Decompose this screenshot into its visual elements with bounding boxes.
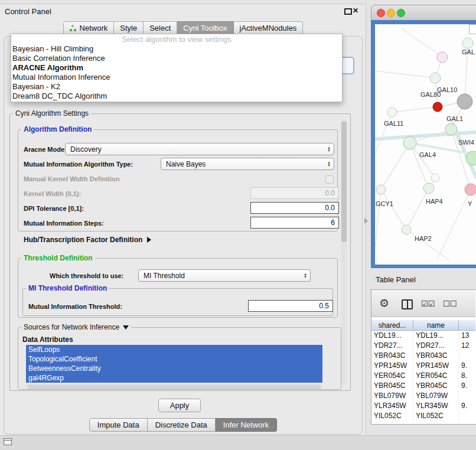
mi-threshold-field[interactable]: 0.5 — [248, 300, 333, 312]
network-node[interactable] — [430, 73, 441, 83]
network-node[interactable] — [376, 185, 386, 194]
control-panel-tabs: NetworkStyleSelectCyni ToolboxjActiveMNo… — [0, 21, 366, 35]
float-panel-icon[interactable] — [344, 8, 352, 15]
dpi-field[interactable]: 0.0 — [250, 202, 339, 214]
column-header-shared[interactable]: shared... — [371, 320, 413, 331]
deselect-rows-icon[interactable]: ☐☐ — [443, 299, 457, 308]
settings-scrollbar-thumb[interactable] — [341, 121, 347, 242]
stepper-down-icon: ▼ — [327, 149, 331, 152]
mi-threshold-label: Mutual Information Threshold: — [28, 303, 122, 310]
gear-icon[interactable]: ⚙ — [379, 296, 389, 310]
hub-section-header[interactable]: Hub/Transcription Factor Definition — [24, 236, 151, 244]
window-minimize-button[interactable] — [387, 9, 395, 17]
mi-type-combo[interactable]: Naive Bayes ▲ ▼ — [161, 158, 334, 170]
tab-network[interactable]: Network — [63, 21, 115, 35]
tab-select[interactable]: Select — [144, 21, 177, 35]
table-row[interactable]: YDL19...YDL19...13 — [371, 331, 475, 341]
table-cell: 13 — [459, 331, 475, 341]
bottom-tabs: Impute DataDiscretize DataInfer Network — [0, 418, 366, 432]
table-row[interactable]: YBR043CYBR043C — [371, 351, 475, 361]
sources-section-header[interactable]: Sources for Network Inference — [21, 323, 131, 331]
tab-style[interactable]: Style — [114, 21, 144, 35]
stepper-down-icon: ▼ — [327, 164, 331, 167]
column-header-extra[interactable] — [459, 320, 475, 331]
table-cell: YBR045C — [371, 381, 413, 391]
table-cell — [459, 411, 475, 421]
attribute-item-gal4rgexp[interactable]: gal4RGexp — [26, 373, 322, 383]
collapse-right-icon — [147, 237, 151, 243]
network-node[interactable] — [387, 107, 397, 117]
algorithm-option-mutual-information-inference[interactable]: Mutual Information Inference — [11, 73, 342, 82]
tab-label: Select — [149, 22, 171, 34]
window-close-button[interactable] — [377, 9, 385, 17]
bottom-tab-impute-data[interactable]: Impute Data — [89, 418, 148, 432]
network-node[interactable] — [457, 94, 472, 109]
table-row[interactable]: YPR145WYPR145W9. — [371, 361, 475, 371]
which-threshold-label: Which threshold to use: — [50, 272, 123, 279]
network-edge — [392, 107, 438, 112]
combo-stepper-icon: ▲ ▼ — [324, 146, 331, 152]
network-node[interactable] — [445, 123, 457, 135]
bottom-strip — [0, 435, 476, 450]
network-node-label: GAL4 — [419, 151, 436, 158]
attribute-item-betweennesscentrality[interactable]: BetweennessCentrality — [26, 364, 322, 373]
window-zoom-button[interactable] — [397, 9, 405, 17]
network-node[interactable] — [433, 102, 442, 112]
bottom-tab-discretize-data[interactable]: Discretize Data — [148, 418, 216, 432]
select-rows-icon[interactable]: ☑☑ — [421, 299, 435, 308]
steps-field[interactable]: 6 — [250, 217, 339, 229]
network-edge — [406, 188, 429, 230]
panel-title: Control Panel — [5, 7, 51, 16]
algorithm-option-basic-correlation-inference[interactable]: Basic Correlation Inference — [11, 54, 342, 63]
close-panel-icon[interactable]: ✕ — [353, 6, 358, 15]
network-node[interactable] — [423, 183, 434, 194]
column-header-name[interactable]: name — [413, 320, 459, 331]
network-canvas-svg[interactable]: GALGAL80GAL10GAL11GAL1SWI4GAL4GCY1HAP4HA… — [375, 24, 476, 265]
bottom-tab-infer-network[interactable]: Infer Network — [216, 418, 277, 432]
manual-kernel-checkbox[interactable] — [325, 175, 334, 184]
table-row[interactable]: YER054CYER054C8. — [371, 371, 475, 381]
attribute-item-selfloops[interactable]: SelfLoops — [26, 345, 322, 354]
network-icon — [70, 25, 77, 31]
apply-button[interactable]: Apply — [158, 399, 201, 412]
table-header: shared...name — [371, 320, 475, 331]
network-edge — [375, 71, 435, 78]
tab-cyni-toolbox[interactable]: Cyni Toolbox — [177, 21, 233, 35]
attributes-hscrollbar[interactable] — [27, 384, 321, 389]
splitter-handle[interactable] — [364, 218, 368, 224]
table-cell: YIL052C — [413, 411, 459, 421]
tab-jactivemnodules[interactable]: jActiveMNodules — [234, 21, 304, 35]
network-node-label: GAL10 — [437, 86, 457, 93]
table-row[interactable]: YBR045CYBR045C9. — [371, 381, 475, 391]
algorithm-option-dream8-dc-tdc-algorithm[interactable]: Dream8 DC_TDC Algorithm — [11, 92, 342, 101]
algorithm-option-bayesian-hill-climbing[interactable]: Bayesian - Hill Climbing — [11, 44, 342, 54]
kernel-width-field[interactable]: 0.0 — [250, 187, 339, 199]
network-edge — [375, 190, 381, 248]
which-threshold-combo[interactable]: MI Threshold ▲ ▼ — [138, 269, 311, 282]
network-node[interactable] — [431, 174, 439, 182]
expand-down-icon — [123, 325, 129, 330]
network-node[interactable] — [462, 38, 473, 48]
aracne-mode-combo[interactable]: Discovery ▲ ▼ — [65, 143, 334, 155]
network-scrollbox[interactable] — [469, 24, 476, 34]
algorithm-option-bayesian-k2[interactable]: Bayesian - K2 — [11, 82, 342, 92]
attribute-item-topologicalcoefficient[interactable]: TopologicalCoefficient — [26, 354, 322, 364]
network-edge — [375, 112, 392, 154]
threshold-legend: Threshold Definition — [21, 255, 95, 262]
taskbar-panel-icon[interactable] — [4, 438, 12, 445]
table-row[interactable]: YDR27...YDR27...12 — [371, 341, 475, 351]
table-cell: YDR27... — [413, 341, 459, 351]
columns-icon[interactable] — [402, 299, 413, 309]
table-row[interactable]: YLR345WYLR345W9. — [371, 401, 475, 411]
network-node[interactable] — [402, 225, 411, 234]
tab-label: Network — [80, 22, 108, 34]
network-node[interactable] — [437, 52, 448, 63]
table-row[interactable]: YBL079WYBL079W — [371, 391, 475, 401]
algorithm-placeholder: Select algorithm to view settings — [11, 34, 342, 44]
data-attributes-label: Data Attributes — [22, 335, 73, 344]
combo-stepper-icon: ▲ ▼ — [300, 273, 307, 279]
network-node[interactable] — [465, 184, 476, 195]
network-node[interactable] — [403, 136, 416, 149]
algorithm-option-aracne-algorithm[interactable]: ARACNE Algorithm — [11, 63, 342, 73]
table-row[interactable]: YIL052CYIL052C — [371, 411, 475, 421]
